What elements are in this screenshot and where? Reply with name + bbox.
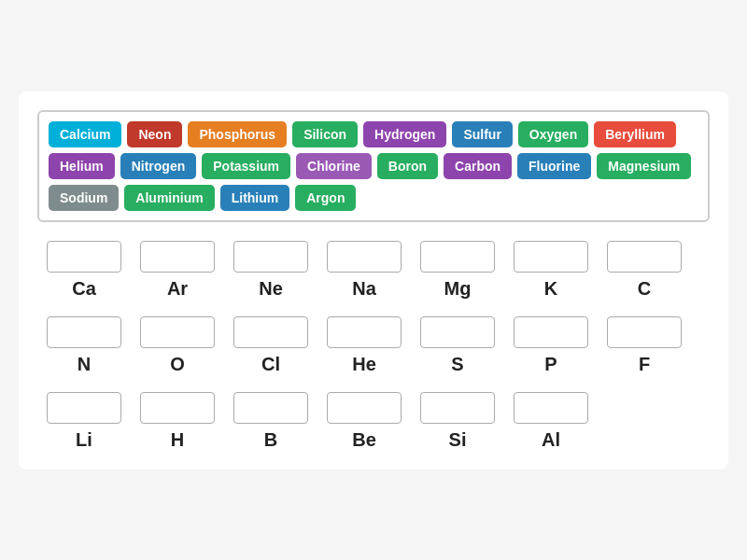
symbol-label-ne: Ne	[259, 278, 283, 300]
symbol-label-cl: Cl	[261, 354, 280, 375]
element-tag-sulfur[interactable]: Sulfur	[452, 121, 512, 147]
drop-cell-ar: Ar	[131, 241, 224, 300]
element-tag-phosphorus[interactable]: Phosphorus	[188, 121, 287, 147]
drop-box-p[interactable]	[514, 316, 588, 348]
element-tag-chlorine[interactable]: Chlorine	[296, 153, 372, 179]
symbol-label-si: Si	[449, 429, 467, 451]
drop-box-b[interactable]	[233, 392, 308, 424]
drop-cell-h: H	[131, 392, 224, 451]
element-tag-argon[interactable]: Argon	[295, 185, 356, 211]
element-tag-carbon[interactable]: Carbon	[444, 153, 512, 179]
drop-cell-o: O	[131, 316, 224, 375]
drop-section: CaArNeNaMgKCNOClHeSPFLiHBBeSiAl	[37, 241, 710, 451]
drop-box-al[interactable]	[514, 392, 588, 424]
symbol-label-he: He	[352, 354, 376, 375]
element-tag-calcium[interactable]: Calcium	[49, 121, 121, 147]
symbol-label-al: Al	[542, 429, 560, 451]
drop-cell-na: Na	[317, 241, 411, 300]
drop-box-o[interactable]	[140, 316, 215, 348]
drop-cell-be: Be	[317, 392, 411, 451]
drop-box-n[interactable]	[47, 316, 121, 348]
element-tag-neon[interactable]: Neon	[127, 121, 182, 147]
symbol-label-c: C	[638, 278, 651, 300]
drop-cell-s: S	[411, 316, 504, 375]
element-tag-silicon[interactable]: Silicon	[292, 121, 358, 147]
drop-cell-he: He	[317, 316, 411, 375]
symbol-label-s: S	[451, 354, 463, 375]
drop-box-cl[interactable]	[233, 316, 308, 348]
drop-box-c[interactable]	[607, 241, 682, 273]
drop-row-2: LiHBBeSiAl	[37, 392, 710, 451]
symbol-label-be: Be	[352, 429, 376, 451]
element-tag-aluminium[interactable]: Aluminium	[124, 185, 214, 211]
element-tag-sodium[interactable]: Sodium	[49, 185, 119, 211]
drop-cell-n: N	[37, 316, 131, 375]
drop-box-be[interactable]	[327, 392, 402, 424]
drop-box-ca[interactable]	[47, 241, 121, 273]
element-tag-lithium[interactable]: Lithium	[220, 185, 290, 211]
drop-box-k[interactable]	[514, 241, 588, 273]
drop-row-1: NOClHeSPF	[37, 316, 710, 375]
drop-box-mg[interactable]	[420, 241, 495, 273]
element-tag-magnesium[interactable]: Magnesium	[597, 153, 691, 179]
drop-box-na[interactable]	[327, 241, 402, 273]
main-container: CalciumNeonPhosphorusSiliconHydrogenSulf…	[19, 91, 728, 469]
drop-cell-al: Al	[504, 392, 598, 451]
symbol-label-k: K	[544, 278, 557, 300]
symbol-label-ca: Ca	[72, 278, 96, 300]
drop-cell-k: K	[504, 241, 598, 300]
drop-cell-ne: Ne	[224, 241, 317, 300]
drop-cell-c: C	[598, 241, 691, 300]
drop-cell-ca: Ca	[37, 241, 131, 300]
drop-cell-f: F	[598, 316, 691, 375]
element-tag-helium[interactable]: Helium	[49, 153, 115, 179]
element-tag-beryllium[interactable]: Beryllium	[594, 121, 676, 147]
symbol-label-li: Li	[76, 429, 92, 451]
element-tag-oxygen[interactable]: Oxygen	[518, 121, 588, 147]
drop-cell-cl: Cl	[224, 316, 317, 375]
drop-box-ar[interactable]	[140, 241, 215, 273]
symbol-label-n: N	[78, 354, 91, 375]
drop-box-li[interactable]	[47, 392, 121, 424]
elements-box: CalciumNeonPhosphorusSiliconHydrogenSulf…	[37, 110, 710, 222]
symbol-label-b: B	[264, 429, 277, 451]
symbol-label-ar: Ar	[167, 278, 188, 300]
drop-cell-si: Si	[411, 392, 504, 451]
element-tag-fluorine[interactable]: Fluorine	[517, 153, 591, 179]
drop-cell-mg: Mg	[411, 241, 504, 300]
element-tag-potassium[interactable]: Potassium	[202, 153, 290, 179]
drop-box-s[interactable]	[420, 316, 495, 348]
symbol-label-o: O	[170, 354, 185, 375]
symbol-label-h: H	[171, 429, 184, 451]
symbol-label-na: Na	[352, 278, 376, 300]
drop-box-h[interactable]	[140, 392, 215, 424]
drop-row-0: CaArNeNaMgKC	[37, 241, 710, 300]
drop-box-ne[interactable]	[233, 241, 308, 273]
element-tag-boron[interactable]: Boron	[377, 153, 438, 179]
drop-cell-b: B	[224, 392, 317, 451]
symbol-label-p: P	[544, 354, 557, 375]
symbol-label-mg: Mg	[444, 278, 472, 300]
drop-box-f[interactable]	[607, 316, 682, 348]
drop-box-he[interactable]	[327, 316, 402, 348]
symbol-label-f: F	[639, 354, 650, 375]
element-tag-hydrogen[interactable]: Hydrogen	[363, 121, 446, 147]
drop-box-si[interactable]	[420, 392, 495, 424]
drop-cell-li: Li	[37, 392, 131, 451]
drop-cell-p: P	[504, 316, 598, 375]
element-tag-nitrogen[interactable]: Nitrogen	[120, 153, 197, 179]
